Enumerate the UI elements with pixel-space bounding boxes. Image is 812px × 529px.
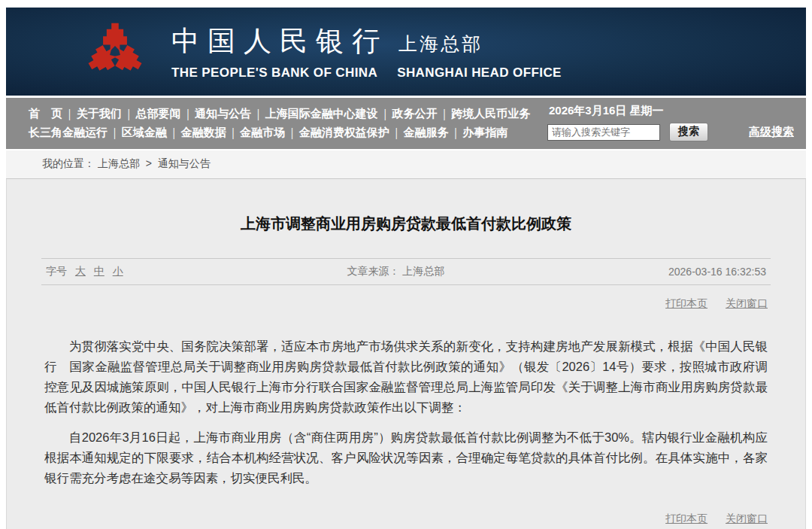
nav-separator: ｜ <box>168 126 180 138</box>
nav-item-consumer-protection[interactable]: 金融消费权益保护 <box>299 126 389 138</box>
nav-item-hq-news[interactable]: 总部要闻 <box>135 107 180 120</box>
article-source: 文章来源： 上海总部 <box>123 265 668 278</box>
office-name-en: SHANGHAI HEAD OFFICE <box>397 65 562 81</box>
bank-name-cn: 中国人民银行 <box>171 23 388 60</box>
nav-separator: ｜ <box>391 126 402 138</box>
bank-name-en: THE PEOPLE'S BANK OF CHINA <box>171 65 377 81</box>
pboc-emblem-icon <box>84 20 146 84</box>
office-name-cn: 上海总部 <box>398 32 483 56</box>
font-size-medium[interactable]: 中 <box>94 265 105 277</box>
print-page-link[interactable]: 打印本页 <box>665 512 707 524</box>
font-size-small[interactable]: 小 <box>113 265 123 277</box>
nav-separator: ｜ <box>450 126 462 138</box>
search-bar: 搜索 高级搜索 <box>547 123 794 141</box>
search-button[interactable]: 搜索 <box>669 123 708 141</box>
nav-separator: ｜ <box>182 107 193 120</box>
article-datetime: 2026-03-16 16:32:53 <box>668 266 766 278</box>
breadcrumb-item-head-office[interactable]: 上海总部 <box>98 157 140 169</box>
nav-separator: ｜ <box>253 107 264 120</box>
article-paragraph: 为贯彻落实党中央、国务院决策部署，适应本市房地产市场供求关系的新变化，支持构建房… <box>44 336 768 418</box>
nav-separator: ｜ <box>439 107 450 120</box>
font-size-large[interactable]: 大 <box>75 265 86 277</box>
close-window-link[interactable]: 关闭窗口 <box>726 512 768 524</box>
breadcrumb-label: 我的位置： <box>42 157 95 169</box>
nav-item-intl-finance-center[interactable]: 上海国际金融中心建设 <box>265 107 378 120</box>
close-window-link[interactable]: 关闭窗口 <box>726 297 768 309</box>
nav-separator: ｜ <box>286 126 298 138</box>
nav-item-gov-disclosure[interactable]: 政务公开 <box>392 107 438 120</box>
article-meta-bar: 字号 大 中 小 文章来源： 上海总部 2026-03-16 16:32:53 <box>41 258 771 285</box>
nav-right-panel: 2026年3月16日 星期一 搜索 高级搜索 <box>547 104 794 141</box>
article-container: 上海市调整商业用房购房贷款最低首付款比例政策 字号 大 中 小 文章来源： 上海… <box>6 179 806 529</box>
nav-separator: ｜ <box>227 126 238 138</box>
nav-item-regional-finance[interactable]: 区域金融 <box>122 126 167 138</box>
nav-separator: ｜ <box>380 107 391 120</box>
source-label: 文章来源： <box>347 265 399 277</box>
nav-item-financial-services[interactable]: 金融服务 <box>404 126 449 138</box>
breadcrumb-item-notices[interactable]: 通知与公告 <box>158 157 211 169</box>
article-actions-bottom: 打印本页 关闭窗口 <box>44 512 768 526</box>
nav-separator: ｜ <box>123 107 135 120</box>
source-value: 上海总部 <box>402 265 444 277</box>
article-body: 为贯彻落实党中央、国务院决策部署，适应本市房地产市场供求关系的新变化，支持构建房… <box>44 336 768 488</box>
article-paragraph: 自2026年3月16日起，上海市商业用房（含“商住两用房”）购房贷款最低首付款比… <box>44 427 768 488</box>
breadcrumb: 我的位置： 上海总部 > 通知与公告 <box>6 150 806 179</box>
page: 中国人民银行 上海总部 THE PEOPLE'S BANK OF CHINA S… <box>6 8 806 529</box>
nav-item-financial-data[interactable]: 金融数据 <box>180 126 226 138</box>
nav-item-notices[interactable]: 通知与公告 <box>195 107 251 120</box>
nav-item-yangtze-finance[interactable]: 长三角金融运行 <box>29 126 108 138</box>
search-input[interactable] <box>547 124 660 141</box>
article-title: 上海市调整商业用房购房贷款最低首付款比例政策 <box>37 179 775 234</box>
nav-item-home[interactable]: 首 页 <box>29 107 62 120</box>
advanced-search-link[interactable]: 高级搜索 <box>749 125 794 139</box>
nav-item-service-guide[interactable]: 办事指南 <box>462 126 508 138</box>
nav-separator: ｜ <box>64 107 75 120</box>
main-nav: 首 页｜关于我们｜总部要闻｜通知与公告｜上海国际金融中心建设｜政务公开｜跨境人民… <box>6 98 806 149</box>
article-actions-top: 打印本页 关闭窗口 <box>44 297 768 311</box>
nav-separator: ｜ <box>109 126 120 138</box>
nav-item-financial-markets[interactable]: 金融市场 <box>240 126 285 138</box>
brand-block: 中国人民银行 上海总部 THE PEOPLE'S BANK OF CHINA S… <box>171 23 562 81</box>
font-size-control: 字号 大 中 小 <box>46 265 123 278</box>
print-page-link[interactable]: 打印本页 <box>665 297 707 309</box>
font-size-label: 字号 <box>46 265 67 277</box>
breadcrumb-separator: > <box>146 157 152 169</box>
nav-item-cross-border-rmb[interactable]: 跨境人民币业务 <box>451 107 530 120</box>
header-banner: 中国人民银行 上海总部 THE PEOPLE'S BANK OF CHINA S… <box>6 8 806 96</box>
nav-item-about[interactable]: 关于我们 <box>77 107 122 120</box>
current-date: 2026年3月16日 星期一 <box>549 104 794 118</box>
